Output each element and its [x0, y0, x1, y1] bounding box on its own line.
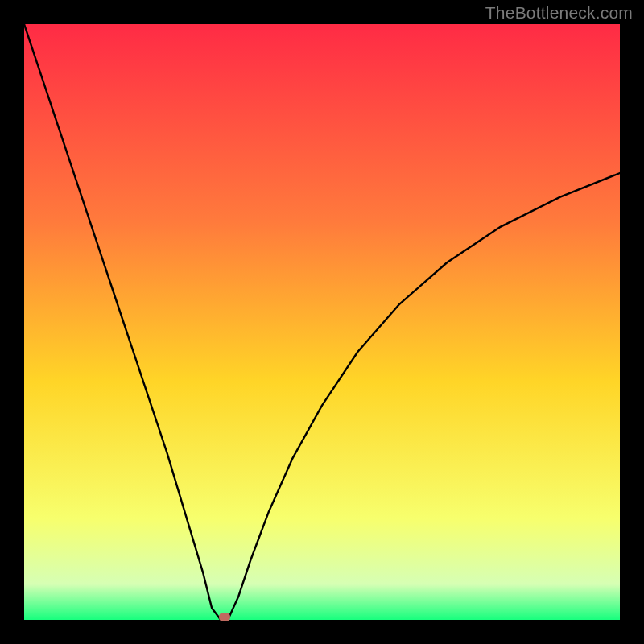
- optimum-marker: [219, 613, 230, 621]
- chart-frame: TheBottleneck.com: [0, 0, 644, 644]
- watermark-text: TheBottleneck.com: [485, 3, 633, 23]
- bottleneck-chart: [24, 24, 620, 620]
- gradient-background: [24, 24, 620, 620]
